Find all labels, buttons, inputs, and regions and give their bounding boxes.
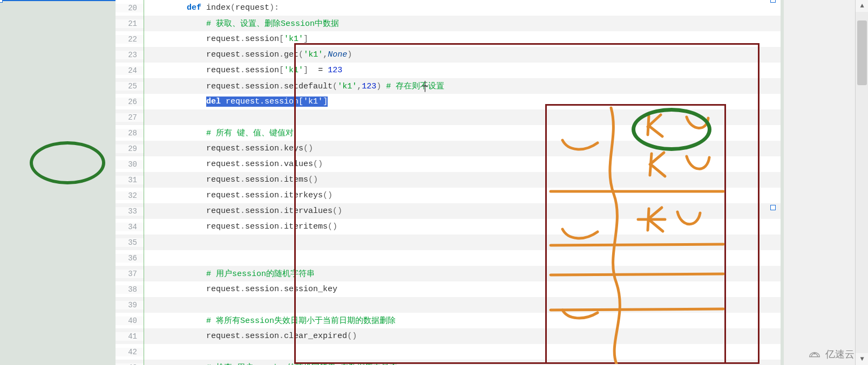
line-number: 41 <box>116 332 144 341</box>
code-line[interactable]: 20 def index(request): <box>116 0 781 16</box>
code-text[interactable]: # 获取、设置、删除Session中数据 <box>148 18 781 29</box>
code-line[interactable]: 25 request.session.setdefault('k1',123) … <box>116 78 781 94</box>
annotation-ellipse-left <box>30 141 105 184</box>
code-text[interactable]: del request.session['k1'] <box>148 97 781 106</box>
code-text[interactable]: request.session['k1'] <box>148 35 781 44</box>
code-text[interactable]: request.session.setdefault('k1',123) # 存… <box>148 81 781 91</box>
code-text[interactable]: request.session.keys() <box>148 144 781 153</box>
indent-guide <box>144 16 148 31</box>
code-text[interactable] <box>148 347 781 356</box>
code-line[interactable]: 22 request.session['k1'] <box>116 31 781 47</box>
code-text[interactable] <box>148 238 781 247</box>
code-text[interactable]: # 用户session的随机字符串 <box>148 268 781 279</box>
line-number: 34 <box>116 223 144 231</box>
code-line[interactable]: 37 # 用户session的随机字符串 <box>116 266 781 281</box>
indent-guide <box>144 250 148 266</box>
code-text[interactable]: request.session.session_key <box>148 285 781 294</box>
line-number: 24 <box>116 66 144 75</box>
code-text[interactable] <box>148 253 781 263</box>
code-line[interactable]: 39 <box>116 297 781 313</box>
code-line[interactable]: 42 <box>116 344 781 360</box>
indent-guide <box>144 31 148 47</box>
indent-guide <box>144 109 148 125</box>
line-number: 26 <box>116 98 144 106</box>
selection-handle[interactable] <box>0 0 3 3</box>
code-text[interactable]: def index(request): <box>148 3 781 12</box>
code-text[interactable]: request.session.itervalues() <box>148 206 781 216</box>
indent-guide <box>144 125 148 141</box>
indent-guide <box>144 47 148 63</box>
selection-handle[interactable] <box>770 0 776 3</box>
code-line[interactable]: 23 request.session.get('k1',None) <box>116 47 781 63</box>
line-number: 39 <box>116 301 144 309</box>
line-number: 25 <box>116 82 144 91</box>
code-line[interactable]: 34 request.session.iteritems() <box>116 219 781 235</box>
code-line[interactable]: 41 request.session.clear_expired() <box>116 328 781 344</box>
line-number: 36 <box>116 254 144 263</box>
code-text[interactable]: # 所有 键、值、键值对 <box>148 128 781 138</box>
indent-guide <box>144 297 148 313</box>
code-line[interactable]: 38 request.session.session_key <box>116 281 781 297</box>
indent-guide <box>144 141 148 156</box>
line-number: 27 <box>116 113 144 122</box>
page-canvas: 20 def index(request):21 # 获取、设置、删除Sessi… <box>0 0 784 365</box>
code-line[interactable]: 28 # 所有 键、值、键值对 <box>116 125 781 141</box>
code-text[interactable]: request.session.iterkeys() <box>148 191 781 200</box>
line-number: 30 <box>116 160 144 169</box>
indent-guide <box>144 313 148 328</box>
code-line[interactable]: 32 request.session.iterkeys() <box>116 188 781 203</box>
indent-guide <box>144 281 148 297</box>
indent-guide <box>144 63 148 78</box>
code-text[interactable]: request.session.clear_expired() <box>148 332 781 341</box>
code-text[interactable]: # 将所有Session失效日期小于当前日期的数据删除 <box>148 315 781 326</box>
indent-guide <box>144 219 148 235</box>
code-line[interactable]: 29 request.session.keys() <box>116 141 781 156</box>
line-number: 32 <box>116 191 144 200</box>
indent-guide <box>144 94 148 109</box>
vertical-scrollbar[interactable]: ▲ ▼ <box>855 0 868 365</box>
code-text[interactable]: request.session['k1'] = 123 <box>148 66 781 75</box>
indent-guide <box>144 78 148 94</box>
code-line[interactable]: 43 # 检查 用户session的随机字符串 在数据库中是否 <box>116 360 781 365</box>
line-number: 43 <box>116 363 144 366</box>
indent-guide <box>144 344 148 360</box>
code-text[interactable]: request.session.iteritems() <box>148 222 781 231</box>
selection-handle[interactable] <box>770 205 776 210</box>
line-number: 31 <box>116 176 144 184</box>
code-text[interactable]: request.session.items() <box>148 175 781 184</box>
code-line[interactable]: 27 <box>116 109 781 125</box>
line-number: 37 <box>116 270 144 278</box>
code-line[interactable]: 30 request.session.values() <box>116 156 781 172</box>
line-number: 35 <box>116 238 144 247</box>
scroll-up-button[interactable]: ▲ <box>856 0 868 12</box>
code-text[interactable]: # 检查 用户session的随机字符串 在数据库中是否 <box>148 362 781 365</box>
code-line[interactable]: 36 <box>116 250 781 266</box>
code-line[interactable]: 35 <box>116 235 781 250</box>
line-number: 33 <box>116 207 144 216</box>
line-number: 20 <box>116 4 144 12</box>
indent-guide <box>144 235 148 250</box>
indent-guide <box>144 266 148 281</box>
line-number: 28 <box>116 129 144 137</box>
code-line[interactable]: 40 # 将所有Session失效日期小于当前日期的数据删除 <box>116 313 781 328</box>
indent-guide <box>144 0 148 16</box>
watermark-logo-icon <box>807 349 822 360</box>
code-line[interactable]: 26 del request.session['k1'] <box>116 94 781 109</box>
code-line[interactable]: 21 # 获取、设置、删除Session中数据 <box>116 16 781 31</box>
line-number: 38 <box>116 285 144 294</box>
code-text[interactable]: request.session.get('k1',None) <box>148 50 781 59</box>
scroll-thumb[interactable] <box>857 20 867 85</box>
code-line[interactable]: 24 request.session['k1'] = 123 <box>116 63 781 78</box>
indent-guide <box>144 172 148 188</box>
code-editor[interactable]: 20 def index(request):21 # 获取、设置、删除Sessi… <box>116 0 781 365</box>
code-text[interactable]: request.session.values() <box>148 160 781 169</box>
code-line[interactable]: 33 request.session.itervalues() <box>116 203 781 219</box>
code-line[interactable]: 31 request.session.items() <box>116 172 781 188</box>
line-number: 40 <box>116 316 144 325</box>
code-text[interactable] <box>148 300 781 309</box>
line-number: 21 <box>116 19 144 28</box>
watermark: 亿速云 <box>807 348 855 361</box>
scroll-down-button[interactable]: ▼ <box>856 353 868 365</box>
code-text[interactable] <box>148 113 781 122</box>
indent-guide <box>144 156 148 172</box>
